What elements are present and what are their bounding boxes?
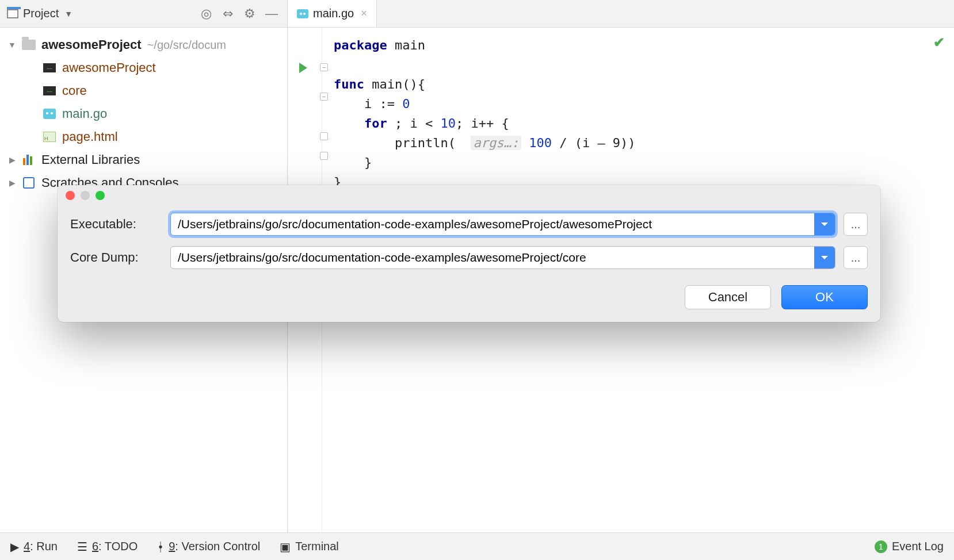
executable-row: Executable: ... xyxy=(70,213,868,236)
chevron-down-icon[interactable]: ▼ xyxy=(64,9,72,18)
status-bar: ▶ 4: Run ☰ 6: TODO ⍿ 9: Version Control … xyxy=(0,532,954,560)
inspection-ok-icon[interactable]: ✔ xyxy=(933,34,945,51)
tree-root[interactable]: ▼ awesomeProject ~/go/src/docum xyxy=(0,33,287,56)
core-dump-dialog: Executable: ... Core Dump: ... Cancel OK xyxy=(58,185,880,322)
executable-label: Executable: xyxy=(70,217,162,232)
editor-tab[interactable]: main.go × xyxy=(288,0,377,27)
executable-input[interactable] xyxy=(171,213,814,235)
tool-vcs[interactable]: ⍿ 9: Version Control xyxy=(157,540,260,553)
binary-icon xyxy=(43,63,56,72)
todo-icon: ☰ xyxy=(77,540,87,554)
project-icon xyxy=(7,9,18,18)
coredump-label: Core Dump: xyxy=(70,250,162,265)
folder-icon xyxy=(22,40,36,50)
tool-terminal[interactable]: ▣ Terminal xyxy=(280,540,339,554)
vcs-icon: ⍿ xyxy=(157,540,164,553)
go-file-icon xyxy=(43,109,56,119)
editor-tabbar: main.go × xyxy=(288,0,954,28)
project-tool-label[interactable]: Project xyxy=(23,7,59,20)
window-close-icon[interactable] xyxy=(66,191,75,200)
coredump-input[interactable] xyxy=(171,247,814,269)
locate-icon[interactable]: ◎ xyxy=(197,5,215,22)
dialog-titlebar[interactable] xyxy=(58,185,880,206)
tree-item-label: main.go xyxy=(62,106,107,121)
coredump-row: Core Dump: ... xyxy=(70,246,868,269)
project-name: awesomeProject xyxy=(41,37,142,52)
window-minimize-icon xyxy=(81,191,90,200)
event-log[interactable]: 1 Event Log xyxy=(875,540,944,553)
binary-icon xyxy=(43,86,56,95)
close-tab-icon[interactable]: × xyxy=(361,7,367,20)
tree-item-label: External Libraries xyxy=(41,152,140,167)
tool-todo[interactable]: ☰ 6: TODO xyxy=(77,540,138,554)
collapse-icon[interactable]: ⇔ xyxy=(219,5,236,22)
notification-badge: 1 xyxy=(875,540,887,553)
ok-button[interactable]: OK xyxy=(781,285,868,309)
terminal-icon: ▣ xyxy=(280,540,291,554)
tree-item-label: core xyxy=(62,83,87,98)
tree-item[interactable]: core xyxy=(0,79,287,102)
gear-icon[interactable]: ⚙ xyxy=(241,5,258,22)
run-gutter-icon[interactable] xyxy=(299,63,307,73)
tool-run[interactable]: ▶ 4: Run xyxy=(10,540,58,554)
dropdown-icon[interactable] xyxy=(814,247,835,269)
fold-toggle-icon[interactable]: − xyxy=(320,63,328,71)
dropdown-icon[interactable] xyxy=(814,213,835,235)
tree-item[interactable]: awesomeProject xyxy=(0,56,287,79)
run-icon: ▶ xyxy=(10,540,19,554)
browse-executable-button[interactable]: ... xyxy=(844,213,868,236)
expand-arrow-icon[interactable]: ▶ xyxy=(8,178,16,187)
coredump-combo[interactable] xyxy=(170,246,835,269)
project-tool-header: Project ▼ ◎ ⇔ ⚙ — xyxy=(0,0,288,28)
tab-label: main.go xyxy=(313,7,354,20)
expand-arrow-icon[interactable]: ▼ xyxy=(8,40,16,49)
go-file-icon xyxy=(297,9,308,18)
code-content[interactable]: package main func main(){ i := 0 for ; i… xyxy=(334,36,931,192)
libraries-icon xyxy=(23,155,35,165)
tree-item-label: page.html xyxy=(62,129,118,144)
executable-combo[interactable] xyxy=(170,213,835,236)
expand-arrow-icon[interactable]: ▶ xyxy=(8,155,16,164)
cancel-button[interactable]: Cancel xyxy=(685,285,771,309)
tree-item-label: awesomeProject xyxy=(62,60,156,75)
tree-external-libs[interactable]: ▶ External Libraries xyxy=(0,148,287,171)
fold-toggle-icon[interactable]: − xyxy=(320,93,328,101)
project-path: ~/go/src/docum xyxy=(147,39,226,52)
window-zoom-icon[interactable] xyxy=(96,191,105,200)
fold-end-icon[interactable] xyxy=(320,152,328,160)
tree-item[interactable]: main.go xyxy=(0,102,287,125)
browse-coredump-button[interactable]: ... xyxy=(844,246,868,269)
html-file-icon: H xyxy=(43,132,56,142)
fold-end-icon[interactable] xyxy=(320,132,328,140)
tree-item[interactable]: H page.html xyxy=(0,125,287,148)
hide-icon[interactable]: — xyxy=(263,5,280,22)
scratch-icon xyxy=(23,177,35,189)
